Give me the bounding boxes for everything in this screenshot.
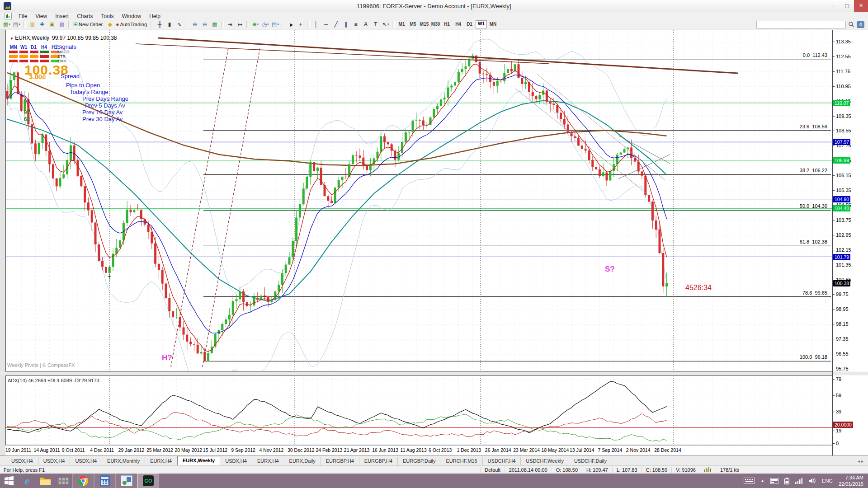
price-axis-tick: 98.15	[836, 321, 849, 327]
signal-swatch	[9, 60, 18, 62]
info-row-label: Prev 30 Day Av	[82, 116, 123, 122]
legend-column-h1: H1	[52, 45, 57, 50]
network-signal-icon[interactable]	[795, 478, 803, 484]
price-axis-tag: 100.38	[833, 280, 850, 286]
taskbar: eGO▲ENG7:34 AM22/01/2015	[0, 474, 868, 488]
date-axis-label: 28 Dec 2014	[654, 447, 681, 453]
adx-indicator-label: ADX(14) 46.2664 +DI:4.6089 -DI:29.9173	[8, 378, 99, 383]
signal-swatch	[30, 55, 38, 58]
chrome-icon[interactable]	[72, 473, 94, 488]
info-row-label: Prev 5 Days Av	[85, 102, 125, 109]
date-axis-label: 9 Sep 2012	[231, 447, 255, 453]
price-axis-tick: 103.75	[836, 217, 851, 223]
date-axis-label: 23 Mar 2014	[513, 447, 540, 453]
signal-swatch	[9, 51, 18, 53]
price-axis-tick: 113.35	[836, 39, 851, 44]
chart-tab-eurx-daily[interactable]: EURX,Daily	[284, 457, 321, 465]
signal-swatch	[9, 55, 18, 58]
info-row-label: Pips to Open	[66, 82, 100, 89]
signal-swatch	[19, 55, 28, 58]
internet-explorer-icon[interactable]: e	[18, 474, 36, 488]
legend-row-label-macd: MACD	[57, 50, 70, 54]
adx-axis-tick: 59	[836, 393, 841, 398]
date-axis-label: 19 Jun 2011	[5, 447, 31, 453]
date-axis-label: 20 May 2012	[175, 447, 202, 453]
chart-tab-usdchf-weekly[interactable]: USDCHF,Weekly	[521, 457, 569, 465]
start-button[interactable]	[0, 474, 18, 488]
language-indicator[interactable]: ENG	[822, 478, 833, 483]
status-cells: Default2011.08.14 00:00O: 108.50H: 109.4…	[480, 466, 743, 474]
date-axis-label: 4 Dec 2011	[90, 447, 114, 453]
adx-axis-tick: 79	[836, 376, 841, 382]
go-app-icon[interactable]: GO	[137, 473, 159, 488]
info-row-value: 97	[12, 109, 30, 116]
signal-swatch	[40, 51, 49, 53]
touch-keyboard-icon[interactable]	[744, 478, 755, 484]
price-axis-tag: 107.97	[833, 139, 850, 145]
price-axis-tick: 97.35	[836, 336, 849, 342]
date-axis-label: 13 Jul 2014	[570, 447, 594, 453]
date-axis-label: 11 Aug 2013	[401, 447, 427, 453]
chart-tab-eurx-weekly[interactable]: EURX,Weekly	[177, 456, 220, 465]
date-axis-label: 1 Dec 2013	[457, 447, 481, 453]
chart-tab-eurchf-m15[interactable]: EURCHF,M15	[441, 457, 483, 465]
status-cell: V: 91096	[671, 467, 700, 473]
date-axis-label: 9 Oct 2011	[62, 447, 85, 453]
price-axis-tag: 104.90	[833, 196, 850, 202]
system-tray: ▲ENG7:34 AM22/01/2015	[744, 474, 868, 487]
calculator-icon[interactable]	[94, 473, 116, 488]
chart-tab-usdchf-h4[interactable]: USDCHF,H4	[483, 457, 521, 465]
price-axis-tick: 98.95	[836, 306, 849, 312]
chart-canvas[interactable]	[0, 0, 868, 456]
tray-expand-icon[interactable]: ▲	[760, 479, 764, 483]
chart-tab-eurgbp-h4[interactable]: EURGBP,H4	[321, 457, 359, 465]
legend-column-w1: W1	[20, 45, 27, 50]
chart-tab-eurgbp-daily[interactable]: EURGBP,Daily	[398, 457, 441, 465]
chart-ohlc-values: 99.97 100.85 99.85 100.38	[52, 35, 117, 41]
chart-symbol-header: EURX,Weekly	[15, 35, 49, 41]
tab-scroll-arrows[interactable]: ◂ ▸	[858, 459, 863, 465]
volume-icon[interactable]	[809, 478, 816, 484]
legend-row-label-str: STR	[57, 54, 66, 59]
clock[interactable]: 7:34 AM22/01/2015	[839, 474, 863, 487]
price-axis-tick: 102.95	[836, 232, 851, 238]
info-row-label: Prev Days Range	[82, 95, 128, 102]
info-row-label: Today's Range	[70, 89, 108, 95]
fibonacci-level-label: 100.0 96.18	[692, 354, 827, 360]
date-axis-label: 25 Mar 2012	[146, 447, 173, 453]
date-axis-label: 21 Apr 2013	[344, 447, 370, 453]
chart-tab-usdx-h4[interactable]: USDX,H4	[6, 457, 38, 465]
legend-column-mn: MN	[10, 45, 17, 50]
chart-tab-usdx-h4[interactable]: USDX,H4	[38, 457, 71, 465]
price-axis-tick: 102.15	[836, 247, 851, 253]
spread-value: 3.00e	[29, 73, 46, 80]
action-center-icon[interactable]	[770, 478, 778, 484]
chart-tab-usdchf-daily[interactable]: USDCHF,Daily	[569, 457, 612, 465]
chart-tab-usdx-h4[interactable]: USDX,H4	[220, 457, 252, 465]
date-axis-label: 6 Oct 2013	[429, 447, 452, 453]
contacts-icon[interactable]	[116, 473, 137, 488]
chart-tab-eurx-h4[interactable]: EURX,H4	[145, 457, 177, 465]
price-axis-tick: 108.55	[836, 128, 851, 133]
date-axis-label: 15 Jul 2012	[203, 447, 227, 453]
chart-annotation: +	[108, 273, 111, 280]
price-axis-tick: 105.35	[836, 188, 851, 193]
fibonacci-level-label: 0.0 112.43	[692, 52, 827, 58]
chart-tab-eurgbp-h4[interactable]: EURGBP,H4	[359, 457, 398, 465]
legend-column-h4: H4	[41, 45, 47, 50]
data-usage-icon	[700, 467, 716, 473]
chart-tab-usdx-h4[interactable]: USDX,H4	[70, 457, 102, 465]
chevron-down-icon: ▼	[10, 37, 14, 41]
bricks-icon[interactable]	[54, 474, 72, 488]
status-cell: 178/1 kb	[716, 467, 743, 473]
battery-icon[interactable]	[784, 478, 789, 484]
file-explorer-icon[interactable]	[36, 474, 54, 488]
fibonacci-level-label: 38.2 106.22	[692, 168, 827, 173]
price-axis-tick: 99.75	[836, 291, 849, 297]
chart-tab-eurx-monthly[interactable]: EURX,Monthly	[102, 457, 145, 465]
adx-axis-tag: 20.0000	[833, 422, 853, 428]
fibonacci-level-label: 78.6 99.65	[692, 290, 827, 296]
chart-annotation: S?	[605, 265, 615, 274]
chart-tab-eurx-h4[interactable]: EURX,H4	[252, 457, 284, 465]
signals-legend-title: Signals	[57, 43, 76, 50]
